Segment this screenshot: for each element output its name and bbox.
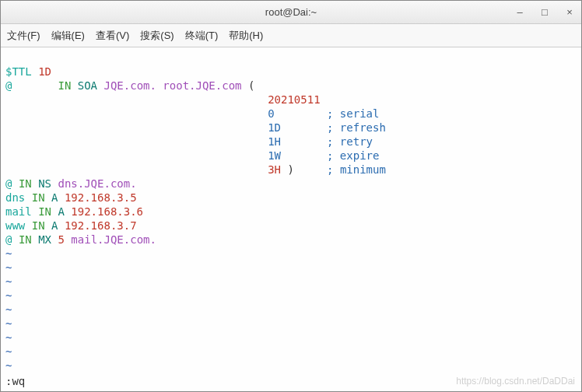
kw-a-1: A: [51, 191, 58, 204]
terminal-window: root@Dai:~ – □ × 文件(F) 编辑(E) 查看(V) 搜索(S)…: [0, 0, 582, 392]
vi-tilde: ~: [5, 261, 12, 274]
vi-tilde: ~: [5, 289, 12, 302]
retry-line: 1H ; retry: [268, 135, 373, 148]
terminal-view[interactable]: $TTL 1D @ IN SOA JQE.com. root.JQE.com (…: [1, 47, 581, 391]
titlebar: root@Dai:~ – □ ×: [1, 1, 581, 24]
soa-primary: JQE.com.: [103, 79, 156, 92]
mx-owner: @: [5, 233, 12, 246]
close-button[interactable]: ×: [564, 7, 575, 18]
kw-in-2: IN: [19, 177, 32, 190]
expire-line: 1W ; expire: [268, 149, 379, 162]
menubar: 文件(F) 编辑(E) 查看(V) 搜索(S) 终端(T) 帮助(H): [1, 24, 581, 47]
kw-in-6: IN: [19, 233, 32, 246]
open-paren: (: [248, 79, 254, 92]
vi-tilde: ~: [5, 317, 12, 330]
vi-tilde: ~: [5, 345, 12, 358]
serial-line: 0 ; serial: [268, 107, 379, 120]
refresh-line: 1D ; refresh: [268, 121, 386, 134]
kw-in-5: IN: [32, 219, 45, 232]
ttl-directive: $TTL: [5, 65, 32, 78]
window-title: root@Dai:~: [265, 6, 317, 18]
menu-view[interactable]: 查看(V): [96, 29, 129, 43]
minimum-comment: ; minimum: [327, 163, 386, 176]
kw-in-4: IN: [38, 205, 51, 218]
kw-in-3: IN: [32, 191, 45, 204]
vi-tilde: ~: [5, 331, 12, 344]
vi-tilde: ~: [5, 247, 12, 260]
vi-command-line[interactable]: :wq: [5, 374, 25, 388]
menu-terminal[interactable]: 终端(T): [185, 29, 219, 43]
kw-in-1: IN: [58, 79, 71, 92]
a2-ip: 192.168.3.6: [71, 205, 143, 218]
mx-priority: 5: [58, 233, 64, 246]
kw-a-3: A: [51, 219, 58, 232]
kw-ns: NS: [38, 177, 51, 190]
a2-owner: mail: [5, 205, 32, 218]
menu-file[interactable]: 文件(F): [7, 29, 40, 43]
menu-edit[interactable]: 编辑(E): [51, 29, 85, 43]
soa-responsible: root.JQE.com: [163, 79, 241, 92]
mx-target: mail.JQE.com.: [71, 233, 156, 246]
kw-mx: MX: [38, 233, 51, 246]
ns-owner: @: [5, 177, 12, 190]
menu-search[interactable]: 搜索(S): [140, 29, 174, 43]
watermark: https://blog.csdn.net/DaDDai: [456, 374, 575, 388]
close-paren: ): [287, 163, 293, 176]
vi-tilde: ~: [5, 359, 12, 372]
a1-ip: 192.168.3.5: [65, 191, 137, 204]
maximize-button[interactable]: □: [539, 7, 550, 18]
kw-a-2: A: [58, 205, 64, 218]
minimum-value: 3H: [268, 163, 281, 176]
ns-target: dns.JQE.com.: [58, 177, 136, 190]
window-controls: – □ ×: [514, 7, 575, 18]
minimize-button[interactable]: –: [514, 7, 525, 18]
a1-owner: dns: [5, 191, 25, 204]
serial-date: 20210511: [268, 93, 320, 106]
ttl-value: 1D: [38, 65, 51, 78]
kw-soa: SOA: [78, 79, 97, 92]
a3-ip: 192.168.3.7: [65, 219, 137, 232]
a3-owner: www: [5, 219, 25, 232]
vi-tilde: ~: [5, 303, 12, 316]
origin: @: [5, 79, 12, 92]
menu-help[interactable]: 帮助(H): [229, 29, 263, 43]
vi-tilde: ~: [5, 275, 12, 288]
